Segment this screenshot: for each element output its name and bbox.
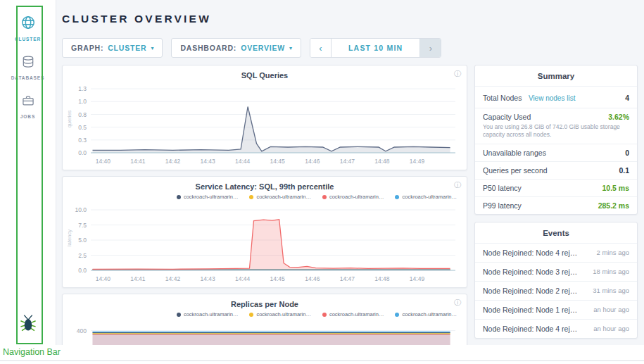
bottom-divider bbox=[0, 360, 644, 361]
cluster-globe-icon bbox=[20, 15, 36, 33]
legend-item[interactable]: cockroach-ultramarin… bbox=[249, 194, 311, 200]
svg-text:14:41: 14:41 bbox=[130, 158, 146, 165]
summary-label: Capacity Used bbox=[483, 113, 531, 121]
summary-label: Queries per second bbox=[483, 166, 548, 175]
controls-bar: GRAPH: CLUSTER ▾ DASHBOARD: OVERVIEW ▾ ‹… bbox=[62, 38, 441, 58]
svg-text:14:44: 14:44 bbox=[235, 275, 251, 282]
summary-row-p50-latency: P50 latency 10.5 ms bbox=[475, 180, 637, 197]
svg-text:14:48: 14:48 bbox=[374, 275, 390, 282]
legend-dot bbox=[249, 195, 253, 199]
event-time: 2 mins ago bbox=[597, 249, 629, 256]
legend-item[interactable]: cockroach-ultramarin… bbox=[395, 194, 457, 200]
event-time: an hour ago bbox=[593, 306, 629, 313]
right-column: Summary Total Nodes View nodes list 4 Ca… bbox=[474, 65, 638, 339]
sidebar-item-label: DATABASES bbox=[11, 75, 45, 80]
summary-row-capacity-used: Capacity Used 3.62% You are using 26.8 G… bbox=[475, 108, 637, 144]
legend-item[interactable]: cockroach-ultramarin… bbox=[177, 311, 239, 318]
svg-text:14:49: 14:49 bbox=[410, 158, 425, 165]
graph-dropdown[interactable]: GRAPH: CLUSTER ▾ bbox=[62, 38, 163, 58]
svg-text:1.0: 1.0 bbox=[78, 98, 87, 105]
annotation-label: Navigation Bar bbox=[3, 347, 61, 357]
legend-item[interactable]: cockroach-ultramarin… bbox=[395, 311, 457, 318]
svg-text:14:48: 14:48 bbox=[374, 158, 390, 165]
svg-text:1.3: 1.3 bbox=[78, 85, 87, 92]
summary-row-queries-per-second: Queries per second 0.1 bbox=[475, 162, 637, 180]
chart-legend: cockroach-ultramarin… cockroach-ultramar… bbox=[63, 191, 467, 200]
legend-label: cockroach-ultramarin… bbox=[402, 194, 457, 200]
chart-legend: cockroach-ultramarin… cockroach-ultramar… bbox=[63, 308, 467, 318]
legend-label: cockroach-ultramarin… bbox=[256, 194, 311, 200]
navigation-bar: CLUSTER DATABASES JOBS bbox=[0, 0, 56, 345]
legend-item[interactable]: cockroach-ultramarin… bbox=[322, 311, 384, 318]
summary-label: P50 latency bbox=[483, 184, 522, 192]
summary-panel: Summary Total Nodes View nodes list 4 Ca… bbox=[474, 65, 638, 215]
view-nodes-list-link[interactable]: View nodes list bbox=[529, 94, 576, 102]
chevron-down-icon: ▾ bbox=[289, 45, 292, 51]
svg-text:14:43: 14:43 bbox=[200, 275, 215, 282]
event-time: 18 mins ago bbox=[593, 268, 629, 275]
svg-text:14:47: 14:47 bbox=[340, 275, 355, 282]
summary-value: 4 bbox=[625, 94, 629, 102]
summary-value: 10.5 ms bbox=[602, 184, 629, 192]
sidebar-item-databases[interactable]: DATABASES bbox=[0, 49, 56, 87]
sidebar-item-label: JOBS bbox=[20, 114, 35, 119]
time-range-next-button[interactable]: › bbox=[419, 39, 441, 57]
event-text: Node Rejoined: Node 2 rej… bbox=[483, 287, 577, 295]
time-range-label[interactable]: LAST 10 MIN bbox=[332, 39, 419, 57]
svg-text:14:49: 14:49 bbox=[410, 275, 425, 282]
page-title: CLUSTER OVERVIEW bbox=[62, 13, 211, 25]
svg-text:0.0: 0.0 bbox=[78, 149, 87, 156]
info-icon[interactable]: ⓘ bbox=[454, 180, 461, 190]
legend-label: cockroach-ultramarin… bbox=[184, 194, 239, 200]
svg-text:2.5: 2.5 bbox=[78, 252, 87, 259]
main-content: CLUSTER OVERVIEW GRAPH: CLUSTER ▾ DASHBO… bbox=[56, 0, 644, 345]
events-panel: Events Node Rejoined: Node 4 rej… 2 mins… bbox=[474, 222, 638, 339]
dashboard-dropdown[interactable]: DASHBOARD: OVERVIEW ▾ bbox=[171, 38, 301, 58]
time-range-prev-button[interactable]: ‹ bbox=[310, 39, 332, 57]
dashboard-dropdown-value: OVERVIEW bbox=[241, 44, 285, 52]
event-text: Node Rejoined: Node 1 rej… bbox=[483, 306, 577, 314]
service-latency-chart: 0.02.55.07.510.014:4014:4114:4214:4314:4… bbox=[65, 201, 464, 284]
legend-item[interactable]: cockroach-ultramarin… bbox=[177, 194, 239, 200]
svg-text:14:46: 14:46 bbox=[305, 158, 320, 165]
svg-text:0.3: 0.3 bbox=[78, 137, 87, 144]
svg-text:5.0: 5.0 bbox=[78, 237, 87, 244]
info-icon[interactable]: ⓘ bbox=[454, 69, 461, 79]
info-icon[interactable]: ⓘ bbox=[454, 298, 461, 308]
sql-queries-chart: 0.00.30.50.81.01.314:4014:4114:4214:4314… bbox=[65, 81, 464, 167]
capacity-caption: You are using 26.8 GiB of 742.0 GiB usab… bbox=[483, 123, 629, 139]
cockroachdb-logo[interactable] bbox=[19, 314, 37, 335]
svg-text:0.8: 0.8 bbox=[78, 111, 87, 118]
legend-item[interactable]: cockroach-ultramarin… bbox=[322, 194, 384, 200]
app-window: CLUSTER DATABASES JOBS bbox=[0, 0, 644, 364]
summary-label: P99 latency bbox=[483, 201, 522, 210]
sidebar-item-jobs[interactable]: JOBS bbox=[0, 87, 56, 126]
databases-icon bbox=[21, 55, 35, 72]
svg-text:14:46: 14:46 bbox=[305, 275, 320, 282]
svg-text:14:40: 14:40 bbox=[96, 158, 111, 165]
legend-label: cockroach-ultramarin… bbox=[329, 311, 384, 318]
events-title: Events bbox=[475, 222, 637, 244]
jobs-briefcase-icon bbox=[21, 94, 35, 111]
legend-label: cockroach-ultramarin… bbox=[329, 194, 384, 200]
legend-label: cockroach-ultramarin… bbox=[402, 311, 457, 318]
graph-dropdown-value: CLUSTER bbox=[108, 44, 146, 52]
event-row: Node Rejoined: Node 4 rej… an hour ago bbox=[475, 320, 637, 338]
legend-item[interactable]: cockroach-ultramarin… bbox=[249, 311, 311, 318]
charts-column: SQL Queries ⓘ 0.00.30.50.81.01.314:4014:… bbox=[62, 65, 467, 345]
legend-dot bbox=[322, 195, 327, 199]
sidebar-item-cluster[interactable]: CLUSTER bbox=[0, 8, 56, 49]
event-time: an hour ago bbox=[593, 325, 629, 332]
svg-text:14:45: 14:45 bbox=[270, 158, 286, 165]
summary-value: 0 bbox=[625, 149, 629, 157]
sidebar-item-label: CLUSTER bbox=[15, 37, 41, 42]
legend-dot bbox=[322, 313, 327, 317]
graph-dropdown-label: GRAPH: bbox=[71, 44, 103, 52]
svg-text:0.0: 0.0 bbox=[78, 267, 87, 274]
event-row: Node Rejoined: Node 4 rej… 2 mins ago bbox=[475, 244, 637, 263]
event-text: Node Rejoined: Node 4 rej… bbox=[483, 249, 577, 257]
legend-dot bbox=[395, 195, 399, 199]
svg-text:10.0: 10.0 bbox=[75, 206, 87, 213]
summary-row-unavailable-ranges: Unavailable ranges 0 bbox=[475, 144, 637, 162]
summary-title: Summary bbox=[475, 65, 637, 87]
